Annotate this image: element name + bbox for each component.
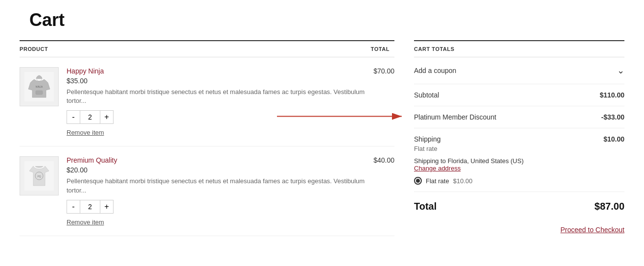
product-name-link-2[interactable]: Premium Quality (67, 156, 117, 164)
shipping-to-text: Shipping to Florida, United States (US) (414, 157, 524, 165)
qty-input-1[interactable] (80, 110, 100, 124)
sidebar-section: CART TOTALS Add a coupon ⌄ Subtotal $110… (414, 40, 624, 236)
total-row: Total $87.00 (414, 192, 624, 221)
coupon-label: Add a coupon (414, 67, 456, 74)
qty-decrease-2[interactable]: - (67, 200, 80, 214)
radio-label: Flat rate (426, 177, 449, 185)
radio-dot (416, 179, 420, 183)
svg-rect-1 (36, 91, 43, 95)
radio-price: $10.00 (453, 177, 473, 185)
product-details-2: Premium Quality $20.00 Pellentesque habi… (67, 156, 371, 225)
total-cell-2: $40.00 (371, 146, 394, 236)
main-layout: PRODUCT TOTAL (20, 40, 624, 236)
qty-input-2[interactable] (80, 200, 100, 214)
subtotal-value: $110.00 (599, 91, 624, 99)
col-product-header: PRODUCT (20, 41, 371, 57)
product-price-2: $20.00 (67, 166, 371, 174)
table-row: PQ Premium Quality $20.00 Pellentesque h… (20, 146, 394, 236)
product-cell-inner-1: NINJA Happy Ninja $35.00 Pellentesque ha… (20, 67, 371, 136)
product-cell-2: PQ Premium Quality $20.00 Pellentesque h… (20, 146, 371, 236)
product-desc-1: Pellentesque habitant morbi tristique se… (67, 88, 371, 105)
radio-button[interactable] (414, 177, 422, 185)
discount-row: Platinum Member Discount -$33.00 (414, 106, 624, 128)
subtotal-row: Subtotal $110.00 (414, 84, 624, 106)
product-details-1: Happy Ninja $35.00 Pellentesque habitant… (67, 67, 371, 136)
qty-row-2: - + (67, 200, 371, 214)
page-container: Cart PRODUCT TOTAL (0, 0, 644, 266)
qty-decrease-1[interactable]: - (67, 110, 80, 124)
flat-rate-label: Flat rate (414, 145, 624, 152)
shipping-label: Shipping (414, 135, 441, 143)
qty-increase-2[interactable]: + (100, 200, 114, 214)
cart-totals: CART TOTALS Add a coupon ⌄ Subtotal $110… (414, 40, 624, 234)
product-cell-inner-2: PQ Premium Quality $20.00 Pellentesque h… (20, 156, 371, 225)
product-desc-2: Pellentesque habitant morbi tristique se… (67, 177, 371, 194)
svg-text:NINJA: NINJA (36, 85, 43, 88)
remove-item-2[interactable]: Remove item (67, 218, 104, 226)
svg-text:PQ: PQ (37, 175, 41, 178)
coupon-row[interactable]: Add a coupon ⌄ (414, 57, 624, 84)
total-label: Total (414, 201, 437, 212)
col-total-header: TOTAL (371, 41, 394, 57)
product-cell-1: NINJA Happy Ninja $35.00 Pellentesque ha… (20, 57, 371, 146)
product-name-link-1[interactable]: Happy Ninja (67, 67, 104, 75)
chevron-down-icon: ⌄ (617, 65, 624, 76)
page-title: Cart (20, 10, 624, 30)
remove-item-1[interactable]: Remove item (67, 129, 104, 136)
cart-table: PRODUCT TOTAL (20, 40, 394, 236)
cart-totals-title: CART TOTALS (414, 40, 624, 57)
table-row: NINJA Happy Ninja $35.00 Pellentesque ha… (20, 57, 394, 146)
product-image-2: PQ (20, 156, 59, 195)
flat-rate-option[interactable]: Flat rate $10.00 (414, 177, 624, 185)
shipping-value: $10.00 (603, 135, 624, 143)
discount-label: Platinum Member Discount (414, 113, 496, 121)
subtotal-label: Subtotal (414, 91, 439, 99)
shipping-to: Shipping to Florida, United States (US) … (414, 157, 624, 172)
checkout-link[interactable]: Proceed to Checkout (414, 226, 624, 234)
shipping-top: Shipping $10.00 (414, 135, 624, 143)
qty-increase-1[interactable]: + (100, 110, 114, 124)
discount-value: -$33.00 (601, 113, 624, 121)
product-image-1: NINJA (20, 67, 59, 106)
product-price-1: $35.00 (67, 77, 371, 85)
change-address-link[interactable]: Change address (414, 165, 460, 172)
total-cell-1: $70.00 (371, 57, 394, 146)
arrow-annotation (277, 109, 409, 125)
cart-section: PRODUCT TOTAL (20, 40, 394, 236)
shipping-row: Shipping $10.00 Flat rate Shipping to Fl… (414, 128, 624, 192)
total-value: $87.00 (595, 201, 624, 212)
